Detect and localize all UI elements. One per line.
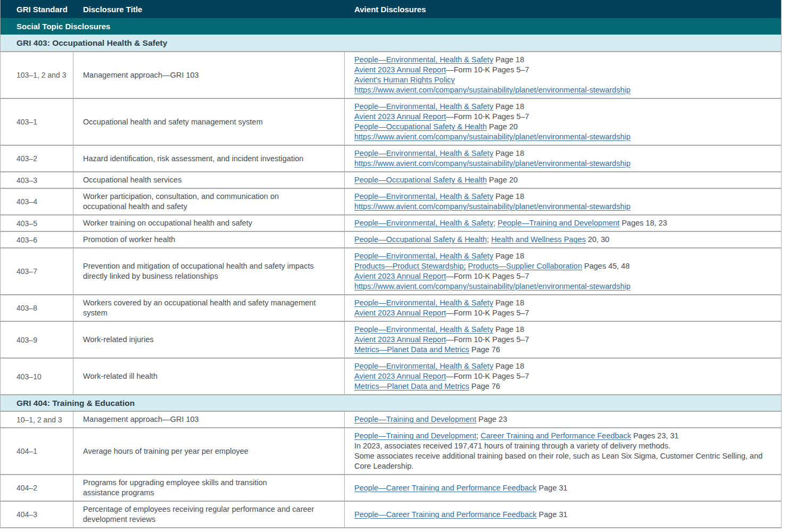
disclosure-text: Page 20	[487, 122, 518, 131]
table-row: 404–3Percentage of employees receiving r…	[1, 501, 781, 528]
disclosure-link[interactable]: People—Environmental, Health & Safety	[354, 252, 493, 260]
table-row: 403–8Workers covered by an occupational …	[1, 294, 781, 321]
gri-index-table: GRI Standard Disclosure Title Avient Dis…	[0, 0, 782, 528]
disclosure-text: ;	[493, 219, 497, 227]
disclosure-line: People—Occupational Safety & Health Page…	[354, 175, 518, 185]
disclosure-link[interactable]: People—Occupational Safety & Health	[354, 176, 487, 184]
disclosure-text: Page 18	[493, 298, 524, 307]
avient-disclosures-cell: People—Environmental, Health & Safety Pa…	[345, 248, 781, 294]
disclosure-link[interactable]: People—Environmental, Health & Safety	[354, 192, 493, 201]
avient-disclosures-cell: People—Environmental, Health & Safety; P…	[345, 215, 781, 231]
disclosure-link[interactable]: People—Environmental, Health & Safety	[354, 219, 493, 227]
disclosure-link[interactable]: Career Training and Performance Feedback	[480, 431, 631, 440]
avient-disclosures-cell: People—Occupational Safety & Health; Hea…	[345, 232, 781, 247]
disclosure-link[interactable]: https://www.avient.com/company/sustainab…	[354, 159, 630, 168]
disclosure-line: People—Environmental, Health & Safety Pa…	[354, 148, 524, 159]
gri-standard-cell: 403–10	[1, 359, 73, 394]
disclosure-link[interactable]: Avient 2023 Annual Report	[354, 372, 446, 380]
disclosure-link[interactable]: Avient 2023 Annual Report	[354, 65, 446, 74]
table-body: GRI 403: Occupational Health & Safety103…	[1, 35, 781, 528]
disclosure-link[interactable]: Avient’s Human Rights Policy	[354, 76, 455, 84]
disclosure-text: —Form 10-K Pages 5–7	[446, 112, 529, 121]
table-row: 403–9Work-related injuriesPeople—Environ…	[1, 321, 781, 358]
disclosure-title-cell: Management approach—GRI 103	[73, 412, 345, 427]
disclosure-line: People—Environmental, Health & Safety Pa…	[354, 102, 524, 112]
avient-disclosures-cell: People—Environmental, Health & Safety Pa…	[345, 189, 781, 214]
disclosure-link[interactable]: https://www.avient.com/company/sustainab…	[354, 202, 630, 211]
disclosure-line: Avient 2023 Annual Report—Form 10-K Page…	[354, 308, 529, 318]
disclosure-link[interactable]: People—Occupational Safety & Health	[354, 122, 487, 131]
disclosure-link[interactable]: People—Training and Development	[497, 219, 619, 227]
disclosure-line: People—Occupational Safety & Health Page…	[354, 122, 518, 132]
avient-disclosures-cell: People—Environmental, Health & Safety Pa…	[345, 146, 781, 171]
table-row: 403–10Work-related ill healthPeople—Envi…	[1, 358, 781, 394]
disclosure-line: People—Environmental, Health & Safety Pa…	[354, 251, 524, 261]
gri-standard-cell: 404–2	[1, 475, 73, 501]
avient-disclosures-cell: People—Career Training and Performance F…	[345, 475, 781, 501]
disclosure-link[interactable]: People—Training and Development	[354, 431, 476, 440]
table-row: 404–2Programs for upgrading employee ski…	[1, 474, 781, 501]
gri-standard-cell: 403–5	[1, 215, 73, 231]
disclosure-line: People—Training and Development; Career …	[354, 431, 679, 441]
header-cell-disclosure-title: Disclosure Title	[73, 5, 345, 14]
disclosure-line: People—Environmental, Health & Safety Pa…	[354, 55, 524, 65]
disclosure-link[interactable]: https://www.avient.com/company/sustainab…	[354, 86, 630, 94]
disclosure-link[interactable]: https://www.avient.com/company/sustainab…	[354, 282, 630, 290]
gri-standard-cell: 403–3	[1, 172, 73, 188]
disclosure-title-cell: Occupational health and safety managemen…	[73, 99, 345, 145]
disclosure-link[interactable]: People—Environmental, Health & Safety	[354, 149, 493, 157]
disclosure-text: Pages 45, 48	[582, 262, 630, 270]
disclosure-text: Pages 18, 23	[619, 219, 667, 227]
disclosure-line: People—Training and Development Page 23	[354, 414, 507, 425]
disclosure-text: Page 18	[493, 149, 524, 157]
disclosure-text: Page 18	[493, 325, 524, 334]
table-row: 403–4Worker participation, consultation,…	[1, 188, 781, 214]
disclosure-line: https://www.avient.com/company/sustainab…	[354, 132, 630, 142]
disclosure-link[interactable]: Metrics—Planet Data and Metrics	[354, 382, 469, 390]
avient-disclosures-cell: People—Training and Development; Career …	[345, 428, 781, 474]
disclosure-link[interactable]: Metrics—Planet Data and Metrics	[354, 345, 469, 354]
subsection-band: GRI 404: Training & Education	[1, 394, 781, 411]
disclosure-line: Some associates receive additional train…	[354, 451, 762, 471]
avient-disclosures-cell: People—Environmental, Health & Safety Pa…	[345, 52, 781, 98]
disclosure-text: Page 18	[493, 102, 524, 111]
disclosure-title-cell: Work-related injuries	[73, 322, 345, 358]
table-row: 403–3Occupational health servicesPeople—…	[1, 171, 781, 188]
disclosure-text: Page 31	[537, 510, 568, 519]
section-band-social-topic: Social Topic Disclosures	[1, 18, 781, 35]
disclosure-link[interactable]: Avient 2023 Annual Report	[354, 112, 446, 121]
avient-disclosures-cell: People—Occupational Safety & Health Page…	[345, 172, 781, 188]
disclosure-link[interactable]: Products—Product Stewardship;	[354, 262, 466, 270]
disclosure-text: Page 18	[493, 55, 524, 64]
disclosure-link[interactable]: People—Environmental, Health & Safety	[354, 362, 493, 370]
disclosure-line: People—Environmental, Health & Safety Pa…	[354, 325, 524, 335]
disclosure-text: Page 20	[487, 176, 518, 184]
gri-standard-cell: 403–6	[1, 232, 73, 247]
avient-disclosures-cell: People—Environmental, Health & Safety Pa…	[345, 322, 781, 358]
disclosure-link[interactable]: Health and Wellness Pages	[491, 235, 586, 244]
disclosure-link[interactable]: Products—Supplier Collaboration	[468, 262, 582, 270]
disclosure-link[interactable]: People—Environmental, Health & Safety	[354, 298, 493, 307]
disclosure-link[interactable]: People—Environmental, Health & Safety	[354, 55, 493, 64]
disclosure-link[interactable]: People—Career Training and Performance F…	[354, 510, 537, 519]
disclosure-link[interactable]: Avient 2023 Annual Report	[354, 272, 446, 280]
avient-disclosures-cell: People—Environmental, Health & Safety Pa…	[345, 99, 781, 145]
disclosure-link[interactable]: People—Training and Development	[354, 415, 476, 423]
disclosure-link[interactable]: Avient 2023 Annual Report	[354, 335, 446, 344]
disclosure-link[interactable]: People—Occupational Safety & Health	[354, 235, 487, 244]
table-row: 404–1Average hours of training per year …	[1, 427, 781, 474]
disclosure-link[interactable]: People—Environmental, Health & Safety	[354, 102, 493, 111]
disclosure-text: Page 18	[493, 252, 524, 260]
avient-disclosures-cell: People—Training and Development Page 23	[345, 412, 781, 427]
disclosure-text: Pages 23, 31	[631, 431, 679, 440]
disclosure-text: Page 23	[476, 415, 507, 423]
table-row: 403–1Occupational health and safety mana…	[1, 98, 781, 145]
disclosure-link[interactable]: https://www.avient.com/company/sustainab…	[354, 132, 630, 141]
disclosure-link[interactable]: Avient 2023 Annual Report	[354, 309, 446, 317]
disclosure-link[interactable]: People—Career Training and Performance F…	[354, 484, 537, 492]
disclosure-link[interactable]: People—Environmental, Health & Safety	[354, 325, 493, 334]
disclosure-line: Products—Product Stewardship; Products—S…	[354, 261, 629, 271]
gri-standard-cell: 403–4	[1, 189, 73, 214]
gri-standard-cell: 403–7	[1, 248, 73, 294]
disclosure-text: Page 18	[493, 362, 524, 370]
